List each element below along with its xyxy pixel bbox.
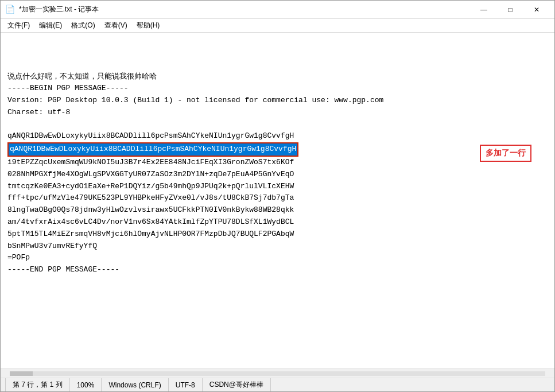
text-line-3: Charset: utf-8 — [7, 107, 548, 119]
content-area: 说点什么好呢，不太知道，只能说我很帅哈哈-----BEGIN PGP MESSA… — [1, 33, 554, 378]
text-line-16: -----END PGP MESSAGE----- — [7, 264, 548, 276]
text-line-1: -----BEGIN PGP MESSAGE----- — [7, 83, 548, 95]
maximize-button[interactable]: □ — [497, 1, 523, 19]
status-branding: CSDN@哥好棒棒 — [203, 378, 271, 391]
text-line-14: bSnMPwU3v7umvREfyYfQ — [7, 240, 548, 253]
status-line-ending: Windows (CRLF) — [102, 378, 168, 391]
text-line-13: 5ptTM15TL4MiEZrsmqVH8vMjci6hlOmyAjvNLHP0… — [7, 228, 548, 240]
menu-view[interactable]: 查看(V) — [100, 20, 132, 32]
window-title: *加密一实验三.txt - 记事本 — [19, 5, 99, 14]
text-line-2: Version: PGP Desktop 10.0.3 (Build 1) - … — [7, 95, 548, 107]
text-line-9: tmtcqzKe0EA3+cydO1EaXe+ReP1DQYiz/g5b49mh… — [7, 181, 548, 193]
h-scrollbar-track — [10, 371, 545, 376]
text-line-11: 8lngTwaOBgO0Qs78jdnw3yHlwOzvlvsirawx5UCF… — [7, 204, 548, 216]
horizontal-scrollbar[interactable] — [1, 368, 554, 378]
menu-format[interactable]: 格式(O) — [67, 20, 99, 32]
text-line-12: am/4tvfxrAix4sc6vLC4Dv/norV1nv6Sx84YAtkI… — [7, 216, 548, 228]
menu-file[interactable]: 文件(F) — [3, 20, 34, 32]
status-position: 第 7 行，第 1 列 — [5, 378, 70, 391]
text-line-8: 028NhMPGXfjMe4XOgWLgSPVXGGTyUR07ZaSOz3m2… — [7, 169, 548, 181]
title-bar-left: 📄 *加密一实验三.txt - 记事本 — [5, 5, 99, 14]
status-zoom: 100% — [70, 378, 102, 391]
text-line-10: fff+tpc/ufMzVle479UKE523PL9YHBPkeHFyZVxe… — [7, 192, 548, 204]
annotation-box: 多加了一行 — [480, 145, 531, 162]
status-bar: 第 7 行，第 1 列 100% Windows (CRLF) UTF-8 CS… — [1, 378, 554, 391]
close-button[interactable]: ✕ — [523, 1, 550, 19]
text-line-15: =POFp — [7, 252, 548, 264]
title-bar: 📄 *加密一实验三.txt - 记事本 — □ ✕ — [1, 1, 554, 19]
text-line-5: qANQR1DBwEwDLoxykyUiix8BCADDlill6pcPsmSA… — [7, 130, 548, 142]
text-line-6: qANQR1DBwEwDLoxykyUiix8BCADDlill6pcPsmSA… — [7, 142, 548, 157]
menu-bar: 文件(F) 编辑(E) 格式(O) 查看(V) 帮助(H) — [1, 19, 554, 33]
main-window: 📄 *加密一实验三.txt - 记事本 — □ ✕ 文件(F) 编辑(E) 格式… — [0, 0, 555, 392]
text-editor[interactable]: 说点什么好呢，不太知道，只能说我很帅哈哈-----BEGIN PGP MESSA… — [1, 33, 554, 368]
menu-edit[interactable]: 编辑(E) — [34, 20, 67, 32]
text-line-4 — [7, 119, 548, 131]
menu-help[interactable]: 帮助(H) — [132, 20, 165, 32]
status-encoding: UTF-8 — [169, 378, 203, 391]
title-bar-buttons: — □ ✕ — [471, 1, 550, 19]
h-scrollbar-thumb[interactable] — [10, 371, 33, 376]
app-icon: 📄 — [5, 5, 14, 14]
text-line-7: i9tEPZZqcUxemSmqWU9kNOI5uJ3B7r4Ex2EE848N… — [7, 157, 548, 169]
text-line-0: 说点什么好呢，不太知道，只能说我很帅哈哈 — [7, 71, 548, 83]
minimize-button[interactable]: — — [471, 1, 497, 19]
